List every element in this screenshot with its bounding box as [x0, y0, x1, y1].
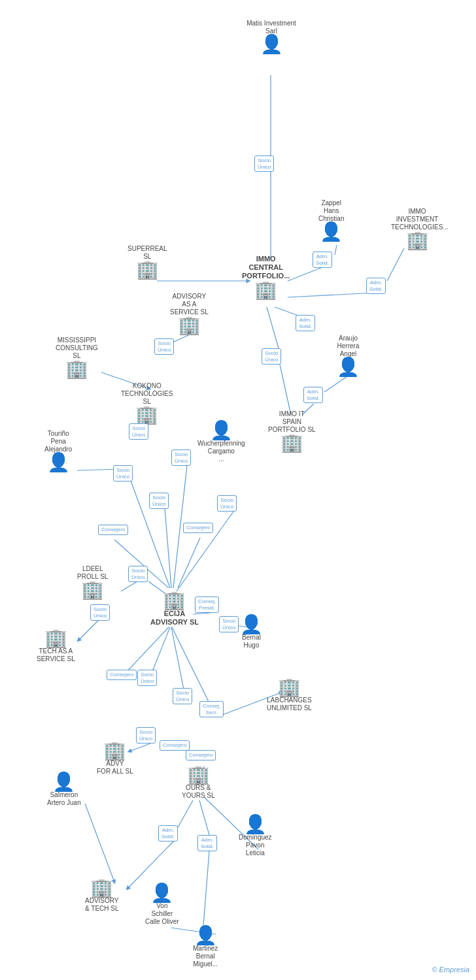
adm-solid-2-node[interactable]: Adm.Solid.	[366, 278, 386, 294]
dominguez-icon: 👤	[244, 815, 267, 834]
socio-unico-ts-node[interactable]: SocioÚnico	[90, 604, 110, 621]
bernal-hugo-icon: 👤	[240, 615, 263, 634]
advisory-service-icon: 🏢	[178, 316, 201, 335]
socio-unico-lab-node[interactable]: SocioÚnico	[137, 670, 157, 686]
immo-central-icon: 🏢	[254, 281, 277, 299]
zappel-label: ZappelHansChristian	[318, 199, 344, 223]
adm-solid-ours2-node[interactable]: Adm.Solid.	[197, 835, 217, 851]
immo-central-label: IMMOCENTRALPORTFOLIO...	[242, 255, 290, 281]
von-schiller-node[interactable]: 👤 VonSchillerCalle Oliver	[145, 884, 179, 926]
dominguez-node[interactable]: 👤 DominguezPavonLeticia	[239, 815, 272, 857]
watermark: © Empresia	[432, 966, 469, 973]
matis-person-icon: 👤	[260, 35, 283, 54]
adm-solid-3-node[interactable]: Adm.Solid.	[296, 315, 315, 331]
adm-solid-4-node[interactable]: Adm.Solid.	[303, 387, 323, 403]
bernal-hugo-label: BernalHugo	[242, 634, 261, 649]
svg-line-38	[203, 851, 209, 934]
consejero-lab-node[interactable]: Consejero	[107, 670, 137, 680]
labchanges-node[interactable]: 🏢 LABCHANGESUNLIMITED SL	[267, 678, 312, 712]
socio-unico-top-badge: SocioÚnico	[254, 155, 274, 172]
adm-solid-ours1-node[interactable]: Adm.Solid.	[158, 825, 178, 841]
immo-investment-icon: 🏢	[406, 231, 429, 250]
adm-solid-ours2-badge: Adm.Solid.	[197, 835, 217, 851]
socio-unico-kokono-badge: SocioÚnico	[129, 423, 148, 440]
ldeel-proll-icon: 🏢	[81, 581, 104, 599]
svg-line-2	[335, 245, 337, 255]
adm-solid-1-node[interactable]: Adm.Solid.	[313, 252, 332, 268]
kokono-node[interactable]: KOKONOTECHNOLOGIESSL 🏢	[121, 382, 173, 424]
consej-secr-node[interactable]: Consej.Secr.	[199, 701, 224, 717]
socio-unico-t2-badge: SocioÚnico	[149, 493, 169, 509]
svg-line-28	[126, 627, 169, 673]
socio-unico-w1-badge: SocioÚnico	[171, 449, 191, 466]
immo-it-icon: 🏢	[280, 434, 303, 452]
advy-for-all-icon: 🏢	[103, 742, 126, 760]
ecija-node[interactable]: 🏢 ECIJAADVISORY SL	[150, 591, 199, 627]
bernal-hugo-node[interactable]: 👤 BernalHugo	[240, 615, 263, 649]
socio-unico-lab2-node[interactable]: SocioÚnico	[173, 688, 192, 704]
mississippi-label: MISSISSIPPICONSULTINGSL	[56, 336, 98, 360]
svg-line-17	[165, 508, 171, 588]
socio-unico-ts-badge: SocioÚnico	[90, 604, 110, 621]
araujo-icon: 👤	[337, 358, 360, 376]
ecija-icon: 🏢	[163, 591, 186, 610]
socio-unico-top-node[interactable]: SocioÚnico	[254, 155, 274, 172]
kokono-label: KOKONOTECHNOLOGIESSL	[121, 382, 173, 406]
tech-service-node[interactable]: 🏢 TECH AS ASERVICE SL	[37, 629, 75, 663]
socio-unico-advisory-badge: SocioÚnico	[154, 338, 174, 355]
consejero-2-node[interactable]: Consejero	[183, 523, 213, 533]
svg-line-21	[178, 538, 200, 588]
immo-it-label: IMMO ITSPAINPORTFOLIO SL	[268, 410, 316, 434]
socio-unico-ecija-node[interactable]: SocioÚnico	[219, 616, 239, 632]
consejero-lab-badge: Consejero	[107, 670, 137, 680]
consejero-advy-badge: Consejero	[160, 740, 190, 751]
ours-yours-node[interactable]: 🏢 OURS &YOURS SL	[182, 766, 215, 800]
salmeron-node[interactable]: 👤 SalmeronArtero Juan	[47, 773, 81, 807]
von-schiller-label: VonSchillerCalle Oliver	[145, 902, 179, 926]
socio-unico-w2-node[interactable]: SocioÚnico	[217, 495, 237, 512]
araujo-node[interactable]: AraujoHerreraAngel 👤	[337, 335, 360, 376]
matis-node[interactable]: Matis Investment Sarl 👤	[245, 20, 298, 54]
immo-it-node[interactable]: IMMO ITSPAINPORTFOLIO SL 🏢	[268, 410, 316, 452]
mississippi-node[interactable]: MISSISSIPPICONSULTINGSL 🏢	[56, 336, 98, 378]
araujo-label: AraujoHerreraAngel	[337, 335, 360, 358]
socio-unico-ldeel-node[interactable]: SocioÚnico	[128, 566, 148, 582]
superreal-node[interactable]: SUPERREALSL 🏢	[128, 245, 167, 279]
zappel-node[interactable]: ZappelHansChristian 👤	[318, 199, 344, 241]
svg-line-4	[387, 248, 404, 281]
socio-unico-lab2-badge: SocioÚnico	[173, 688, 192, 704]
advy-for-all-node[interactable]: 🏢 ADVYFOR ALL SL	[97, 742, 133, 776]
immo-investment-node[interactable]: IMMOINVESTMENTTECHNOLOGIES... 🏢	[391, 208, 443, 250]
immo-central-node[interactable]: IMMOCENTRALPORTFOLIO... 🏢	[242, 255, 290, 299]
socio-unico-w1-node[interactable]: SocioÚnico	[171, 449, 191, 466]
martinez-node[interactable]: 👤 MartinezBernalMiguel...	[193, 926, 218, 968]
advisory-service-node[interactable]: ADVISORYAS ASERVICE SL 🏢	[170, 293, 209, 335]
mississippi-icon: 🏢	[65, 360, 88, 378]
ldeel-proll-node[interactable]: LDEELPROLL SL 🏢	[77, 565, 108, 599]
socio-unico-lab-badge: SocioÚnico	[137, 670, 157, 686]
svg-line-7	[267, 307, 280, 353]
consejero-advy-node[interactable]: Consejero	[160, 740, 190, 751]
socio-unico-ldeel-badge: SocioÚnico	[128, 566, 148, 582]
socio-unico-immo-node[interactable]: SocioÚnico	[262, 348, 281, 365]
socio-unico-advy-node[interactable]: SocioÚnico	[136, 727, 156, 743]
diagram-container: Matis Investment Sarl 👤 SocioÚnico IMMOC…	[0, 0, 476, 980]
consej-presid-node[interactable]: Consej.Presid.	[195, 596, 219, 613]
socio-unico-t1-badge: SocioÚnico	[113, 465, 133, 482]
socio-unico-t2-node[interactable]: SocioÚnico	[149, 493, 169, 509]
superreal-label: SUPERREALSL	[128, 245, 167, 261]
tourino-node[interactable]: TouriñoPenaAlejandro 👤	[44, 430, 72, 472]
socio-unico-immo-badge: SocioÚnico	[262, 348, 281, 365]
salmeron-label: SalmeronArtero Juan	[47, 791, 81, 807]
advy-for-all-label: ADVYFOR ALL SL	[97, 760, 133, 776]
wucher-node[interactable]: 👤 WucherpfenningCargamo...	[197, 421, 245, 463]
advisory-tech-node[interactable]: 🏢 ADVISORY& TECH SL	[85, 879, 119, 913]
socio-unico-kokono-node[interactable]: SocioÚnico	[129, 423, 148, 440]
consejero-ours-node[interactable]: Consejero	[186, 750, 216, 760]
socio-unico-t1-node[interactable]: SocioÚnico	[113, 465, 133, 482]
martinez-label: MartinezBernalMiguel...	[193, 945, 218, 968]
consejero-1-node[interactable]: Consejero	[98, 525, 128, 535]
superreal-icon: 🏢	[136, 261, 159, 279]
svg-line-5	[288, 293, 377, 297]
socio-unico-advisory-node[interactable]: SocioÚnico	[154, 338, 174, 355]
